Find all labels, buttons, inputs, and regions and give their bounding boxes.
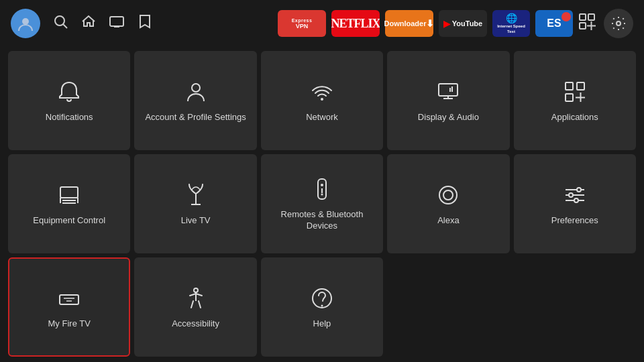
account-profile-label: Account & Profile Settings — [145, 112, 246, 123]
app-netflix[interactable]: NETFLIX — [331, 10, 380, 37]
network-label: Network — [306, 112, 338, 123]
nav-right — [578, 9, 633, 38]
svg-point-40 — [569, 193, 573, 197]
svg-point-42 — [574, 198, 578, 202]
svg-rect-19 — [566, 82, 573, 90]
grid-item-accessibility[interactable]: Accessibility — [134, 257, 256, 357]
svg-point-34 — [321, 194, 323, 196]
grid-item-applications[interactable]: Applications — [514, 51, 636, 150]
grid-item-alexa[interactable]: Alexa — [387, 154, 509, 253]
svg-point-11 — [616, 21, 621, 25]
equipment-control-label: Equipment Control — [33, 215, 105, 227]
tv-icon[interactable] — [109, 13, 125, 34]
svg-rect-3 — [110, 17, 123, 26]
applications-label: Applications — [551, 112, 598, 123]
sliders-icon — [561, 182, 588, 208]
monitor-icon — [435, 78, 462, 105]
search-icon[interactable] — [52, 13, 68, 34]
person-icon — [182, 78, 209, 105]
my-fire-tv-label: My Fire TV — [48, 318, 91, 330]
app-youtube[interactable]: ▶ YouTube — [439, 10, 487, 37]
app-downloader[interactable]: Downloader ⬇ — [385, 10, 433, 37]
grid-item-notifications[interactable]: Notifications — [8, 51, 130, 150]
home-icon[interactable] — [80, 13, 97, 34]
help-icon — [309, 285, 335, 312]
help-label: Help — [313, 318, 331, 330]
svg-point-36 — [443, 190, 453, 200]
app-es[interactable]: ES — [535, 10, 573, 37]
svg-point-1 — [55, 16, 64, 25]
grid-item-network[interactable]: Network — [261, 51, 383, 150]
app-expressvpn[interactable]: Express VPN — [278, 10, 326, 37]
svg-rect-24 — [60, 187, 78, 198]
svg-point-13 — [321, 98, 323, 101]
accessibility-label: Accessibility — [172, 318, 219, 330]
grid-item-equipment-control[interactable]: Equipment Control — [8, 154, 130, 253]
svg-point-35 — [439, 186, 457, 204]
top-nav: Express VPN NETFLIX Downloader ⬇ ▶ YouTu… — [0, 0, 644, 47]
grid-add-icon[interactable] — [578, 13, 596, 34]
remotes-bluetooth-label: Remotes & Bluetooth Devices — [268, 209, 376, 232]
app-speedtest[interactable]: 🌐 Internet Speed Test — [492, 10, 530, 37]
grid-item-live-tv[interactable]: Live TV — [134, 154, 256, 253]
svg-rect-8 — [580, 23, 586, 29]
notifications-label: Notifications — [46, 112, 93, 123]
grid-item-preferences[interactable]: Preferences — [514, 154, 636, 253]
alexa-label: Alexa — [437, 215, 460, 227]
avatar[interactable] — [11, 9, 40, 38]
svg-point-38 — [577, 188, 581, 192]
apps-icon — [561, 78, 588, 105]
bookmark-icon[interactable] — [137, 13, 153, 34]
accessibility-icon — [182, 285, 209, 312]
grid-item-remotes-bluetooth[interactable]: Remotes & Bluetooth Devices — [261, 154, 383, 253]
svg-rect-43 — [60, 295, 78, 304]
grid-item-account-profile[interactable]: Account & Profile Settings — [134, 51, 256, 150]
svg-point-46 — [194, 288, 198, 292]
svg-rect-20 — [577, 82, 584, 90]
nav-apps: Express VPN NETFLIX Downloader ⬇ ▶ YouTu… — [278, 10, 573, 37]
svg-point-49 — [321, 304, 323, 306]
svg-rect-14 — [439, 84, 458, 96]
svg-point-0 — [22, 18, 29, 25]
grid-item-my-fire-tv[interactable]: My Fire TV — [8, 257, 130, 357]
svg-rect-6 — [580, 14, 586, 20]
grid-item-display-audio[interactable]: Display & Audio — [387, 51, 509, 150]
tv-control-icon — [56, 182, 83, 208]
antenna-icon — [182, 182, 209, 208]
settings-button[interactable] — [604, 9, 633, 38]
display-audio-label: Display & Audio — [418, 112, 479, 123]
svg-point-32 — [321, 184, 323, 186]
live-tv-label: Live TV — [181, 215, 211, 227]
svg-line-2 — [64, 25, 68, 29]
remote-icon — [309, 176, 335, 202]
settings-grid: Notifications Account & Profile Settings… — [0, 47, 644, 362]
alexa-icon — [435, 182, 462, 208]
bell-icon — [56, 78, 83, 105]
svg-point-12 — [192, 84, 200, 92]
firetv-icon — [56, 285, 83, 312]
svg-rect-21 — [566, 94, 573, 101]
nav-left — [11, 9, 153, 38]
svg-rect-7 — [588, 14, 594, 20]
grid-item-help[interactable]: Help — [261, 257, 383, 357]
preferences-label: Preferences — [551, 215, 598, 227]
wifi-icon — [309, 78, 335, 105]
